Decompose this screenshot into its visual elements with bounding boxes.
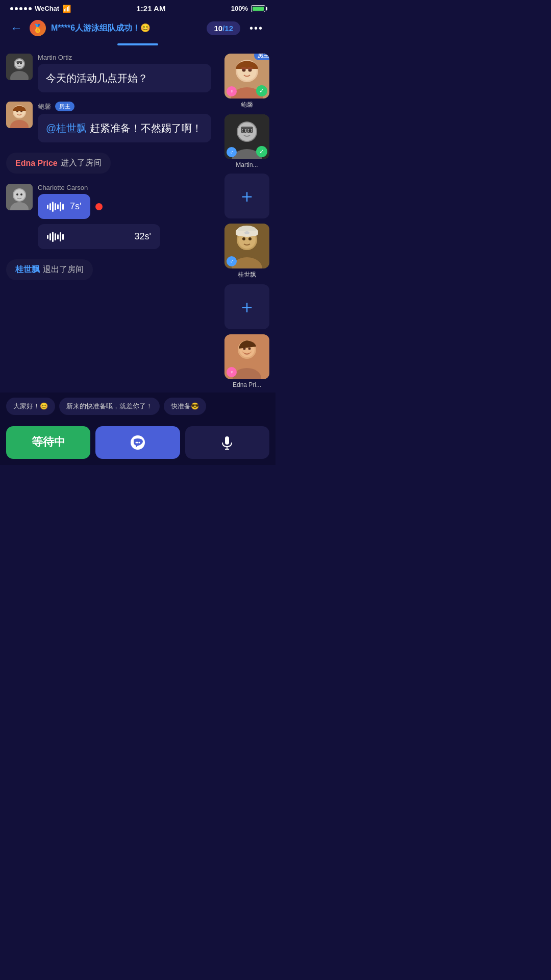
host-badge-sidebar: 房主: [254, 54, 269, 60]
avatar-charlotte: [6, 184, 33, 210]
avatar-martin: [6, 54, 33, 80]
svg-point-32: [248, 129, 252, 132]
voice-row-2: 32s': [38, 224, 212, 249]
member-current: 10: [214, 24, 222, 33]
svg-point-41: [242, 237, 245, 240]
system-action-edna: 进入了房间: [61, 158, 102, 168]
status-left: WeChat 📶: [10, 5, 71, 13]
sidebar-name-baoqing: 鲍馨: [241, 101, 253, 109]
check-badge-baoqing: ✓: [256, 85, 267, 96]
progress-bar: [117, 43, 158, 45]
wave-icon-2: [47, 232, 64, 242]
chat-icon: [130, 434, 146, 451]
msg-sender-baoqing: 鲍馨 房主: [38, 102, 212, 111]
message-row: Martin Ortiz 今天的活动几点开始？: [6, 54, 212, 92]
system-user-edna: Edna Price: [15, 159, 58, 168]
system-message-edna: Edna Price 进入了房间: [6, 153, 111, 174]
chat-button[interactable]: [95, 426, 180, 459]
svg-point-31: [242, 129, 245, 132]
voice-duration-2: 32s': [135, 231, 151, 242]
title-suffix: 6人游泳组队成功！😊: [70, 23, 151, 32]
gender-badge-female-edna: ♀: [227, 367, 237, 377]
check-badge-martin: ✓: [256, 146, 267, 157]
title-prefix: M****: [51, 23, 70, 32]
more-button[interactable]: •••: [245, 20, 267, 36]
sidebar-name-edna: Edna Pri...: [233, 381, 261, 388]
host-badge: 房主: [55, 102, 74, 111]
sidebar-member-baoqing[interactable]: 房主 ♀ ✓ 鲍馨: [224, 54, 269, 109]
avatar-baoqing: [6, 102, 33, 128]
main-layout: Martin Ortiz 今天的活动几点开始？: [0, 50, 276, 393]
sidebar-avatar-martin: ♂ ✓: [224, 114, 269, 159]
quick-msg-3[interactable]: 快准备😎: [164, 398, 206, 415]
header-title: M****6人游泳组队成功！😊: [51, 23, 202, 34]
svg-point-17: [16, 193, 18, 195]
sidebar-member-martin[interactable]: ♂ ✓ Martin...: [224, 114, 269, 168]
msg-content-charlotte: Charlotte Carson 7s: [38, 184, 212, 249]
voice-bubble-1[interactable]: 7s': [38, 194, 90, 219]
header: ← 🏅 M****6人游泳组队成功！😊 10/12 •••: [0, 15, 276, 43]
progress-bar-container: [0, 43, 276, 50]
sidebar-name-gui: 桂世飘: [238, 271, 256, 279]
battery-icon: [251, 5, 265, 12]
chat-area: Martin Ortiz 今天的活动几点开始？: [0, 50, 218, 393]
quick-msg-2[interactable]: 新来的快准备哦，就差你了！: [59, 398, 160, 415]
svg-rect-57: [225, 436, 229, 445]
msg-content-martin: Martin Ortiz 今天的活动几点开始？: [38, 54, 212, 92]
back-button[interactable]: ←: [8, 19, 24, 37]
quick-msg-1[interactable]: 大家好！😊: [6, 398, 55, 415]
carrier-label: WeChat: [35, 5, 59, 12]
system-msg-row: Edna Price 进入了房间: [6, 152, 212, 175]
time-display: 1:21 AM: [136, 4, 165, 13]
add-member-button-2[interactable]: ＋: [224, 284, 269, 329]
group-icon: 🏅: [30, 20, 46, 36]
msg-sender-charlotte: Charlotte Carson: [38, 184, 212, 191]
status-bar: WeChat 📶 1:21 AM 100%: [0, 0, 276, 15]
gender-badge-male-gui: ♂: [227, 256, 237, 266]
record-dot: [95, 203, 103, 210]
wifi-icon: 📶: [62, 5, 71, 13]
sidebar-name-martin: Martin...: [236, 161, 258, 168]
waiting-button[interactable]: 等待中: [6, 426, 90, 459]
gender-badge-female: ♀: [227, 86, 237, 96]
voice-bubble-2[interactable]: 32s': [38, 224, 160, 249]
msg-sender-martin: Martin Ortiz: [38, 54, 212, 61]
msg-bubble-martin: 今天的活动几点开始？: [38, 64, 211, 92]
status-right: 100%: [231, 5, 265, 12]
signal-dots: [10, 7, 32, 10]
message-row-baoqing: 鲍馨 房主 @桂世飘 赶紧准备！不然踢了啊！: [6, 102, 212, 142]
sidebar-member-edna[interactable]: ♀ Edna Pri...: [224, 334, 269, 388]
svg-point-55: [137, 442, 138, 444]
msg-bubble-baoqing: @桂世飘 赶紧准备！不然踢了啊！: [38, 114, 211, 142]
svg-point-3: [15, 59, 24, 68]
system-action-gui: 退出了房间: [43, 264, 84, 275]
member-count-badge[interactable]: 10/12: [207, 21, 240, 35]
svg-point-29: [238, 122, 256, 141]
svg-rect-6: [16, 61, 22, 63]
msg-content-baoqing: 鲍馨 房主 @桂世飘 赶紧准备！不然踢了啊！: [38, 102, 212, 142]
voice-duration-1: 7s': [70, 201, 81, 212]
svg-point-26: [247, 67, 253, 70]
voice-row-1: 7s': [38, 194, 212, 219]
sidebar-avatar-edna: ♀: [224, 334, 269, 379]
system-user-gui: 桂世飘: [15, 264, 40, 275]
right-sidebar: 房主 ♀ ✓ 鲍馨: [218, 50, 276, 393]
sidebar-avatar-gui: ♂: [224, 224, 269, 268]
system-message-gui: 桂世飘 退出了房间: [6, 259, 93, 280]
member-total: 12: [224, 24, 233, 33]
mic-button[interactable]: [185, 426, 269, 459]
battery-label: 100%: [231, 5, 248, 12]
svg-point-52: [248, 348, 251, 350]
svg-point-56: [138, 442, 140, 444]
svg-point-46: [244, 231, 249, 234]
add-member-button-1[interactable]: ＋: [224, 174, 269, 218]
message-row-charlotte: Charlotte Carson 7s: [6, 184, 212, 249]
sidebar-avatar-baoqing: 房主 ♀ ✓: [224, 54, 269, 99]
quick-messages-bar: 大家好！😊 新来的快准备哦，就差你了！ 快准备😎: [0, 393, 276, 420]
sidebar-member-gui[interactable]: ♂ 桂世飘: [224, 224, 269, 279]
system-msg-row-gui: 桂世飘 退出了房间: [6, 258, 212, 281]
wave-icon-1: [47, 202, 64, 212]
bottom-toolbar: 等待中: [0, 420, 276, 465]
svg-point-18: [20, 193, 22, 195]
svg-point-42: [248, 237, 252, 240]
